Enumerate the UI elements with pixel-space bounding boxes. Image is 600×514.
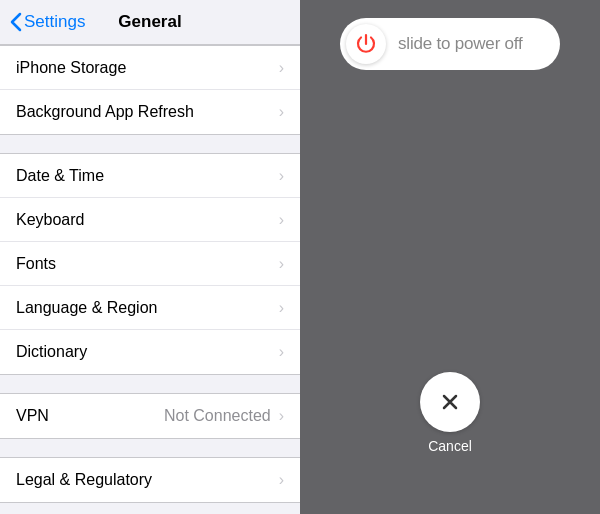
power-icon-button bbox=[346, 24, 386, 64]
cancel-button[interactable] bbox=[420, 372, 480, 432]
chevron-icon: › bbox=[279, 471, 284, 489]
power-slider[interactable]: slide to power off bbox=[340, 18, 560, 70]
item-right: › bbox=[279, 167, 284, 185]
section-vpn: VPN Not Connected › bbox=[0, 393, 300, 439]
settings-panel: Settings General iPhone Storage › Backgr… bbox=[0, 0, 300, 514]
separator bbox=[0, 375, 300, 393]
item-right: › bbox=[279, 103, 284, 121]
item-right: › bbox=[279, 211, 284, 229]
cancel-container: Cancel bbox=[420, 372, 480, 454]
x-icon bbox=[436, 388, 464, 416]
section-datetime: Date & Time › Keyboard › Fonts › Languag… bbox=[0, 153, 300, 375]
vpn-status: Not Connected bbox=[164, 407, 271, 425]
chevron-icon: › bbox=[279, 255, 284, 273]
item-label: VPN bbox=[16, 407, 49, 425]
list-item-background-refresh[interactable]: Background App Refresh › bbox=[0, 90, 300, 134]
chevron-icon: › bbox=[279, 103, 284, 121]
list-item-iphone-storage[interactable]: iPhone Storage › bbox=[0, 46, 300, 90]
section-legal: Legal & Regulatory › bbox=[0, 457, 300, 503]
separator bbox=[0, 503, 300, 514]
list-item-legal[interactable]: Legal & Regulatory › bbox=[0, 458, 300, 502]
back-button[interactable]: Settings bbox=[10, 12, 85, 32]
list-item-language-region[interactable]: Language & Region › bbox=[0, 286, 300, 330]
item-right: › bbox=[279, 343, 284, 361]
slider-text: slide to power off bbox=[398, 34, 523, 54]
item-right: › bbox=[279, 59, 284, 77]
page-title: General bbox=[118, 12, 181, 32]
item-label: Language & Region bbox=[16, 299, 157, 317]
item-label: iPhone Storage bbox=[16, 59, 126, 77]
item-right: › bbox=[279, 299, 284, 317]
separator bbox=[0, 439, 300, 457]
settings-list: iPhone Storage › Background App Refresh … bbox=[0, 45, 300, 514]
chevron-left-icon bbox=[10, 12, 22, 32]
list-item-date-time[interactable]: Date & Time › bbox=[0, 154, 300, 198]
navigation-bar: Settings General bbox=[0, 0, 300, 45]
back-label: Settings bbox=[24, 12, 85, 32]
item-right: › bbox=[279, 255, 284, 273]
section-storage: iPhone Storage › Background App Refresh … bbox=[0, 45, 300, 135]
item-right: Not Connected › bbox=[164, 407, 284, 425]
item-label: Dictionary bbox=[16, 343, 87, 361]
chevron-icon: › bbox=[279, 59, 284, 77]
list-item-vpn[interactable]: VPN Not Connected › bbox=[0, 394, 300, 438]
item-label: Background App Refresh bbox=[16, 103, 194, 121]
list-item-dictionary[interactable]: Dictionary › bbox=[0, 330, 300, 374]
separator bbox=[0, 135, 300, 153]
item-right: › bbox=[279, 471, 284, 489]
item-label: Legal & Regulatory bbox=[16, 471, 152, 489]
item-label: Fonts bbox=[16, 255, 56, 273]
chevron-icon: › bbox=[279, 407, 284, 425]
cancel-label: Cancel bbox=[428, 438, 472, 454]
power-icon bbox=[354, 32, 378, 56]
list-item-fonts[interactable]: Fonts › bbox=[0, 242, 300, 286]
list-item-keyboard[interactable]: Keyboard › bbox=[0, 198, 300, 242]
chevron-icon: › bbox=[279, 167, 284, 185]
item-label: Keyboard bbox=[16, 211, 85, 229]
chevron-icon: › bbox=[279, 299, 284, 317]
power-off-panel: slide to power off Cancel bbox=[300, 0, 600, 514]
chevron-icon: › bbox=[279, 211, 284, 229]
item-label: Date & Time bbox=[16, 167, 104, 185]
chevron-icon: › bbox=[279, 343, 284, 361]
